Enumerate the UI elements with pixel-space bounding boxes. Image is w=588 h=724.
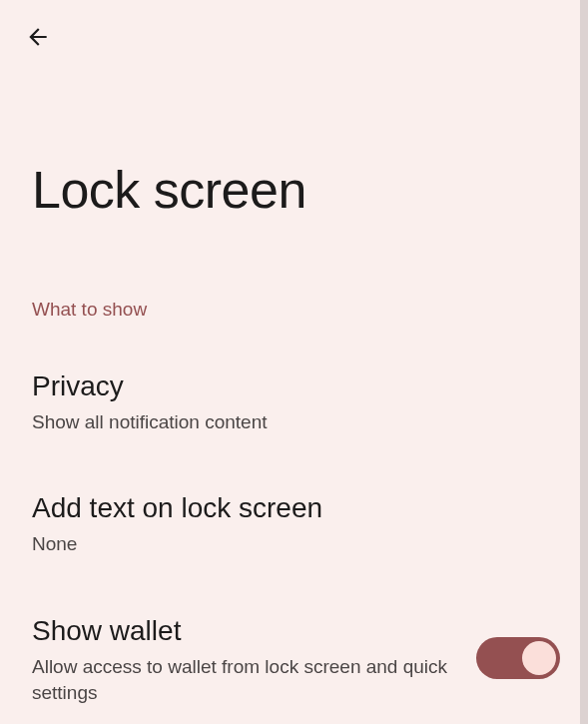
add-text-summary: None: [32, 531, 556, 557]
back-arrow-icon: [25, 24, 51, 53]
back-button[interactable]: [22, 22, 54, 54]
show-wallet-summary: Allow access to wallet from lock screen …: [32, 654, 478, 705]
section-header: What to show: [32, 299, 147, 321]
show-wallet-toggle[interactable]: [476, 637, 560, 679]
scrollbar[interactable]: [580, 0, 588, 724]
toggle-thumb-icon: [522, 641, 556, 675]
privacy-title: Privacy: [32, 368, 556, 403]
show-wallet-setting[interactable]: Show wallet Allow access to wallet from …: [32, 613, 478, 705]
privacy-summary: Show all notification content: [32, 409, 556, 435]
add-text-setting[interactable]: Add text on lock screen None: [32, 490, 556, 557]
privacy-setting[interactable]: Privacy Show all notification content: [32, 368, 556, 435]
page-title: Lock screen: [32, 160, 306, 220]
show-wallet-title: Show wallet: [32, 613, 478, 648]
add-text-title: Add text on lock screen: [32, 490, 556, 525]
